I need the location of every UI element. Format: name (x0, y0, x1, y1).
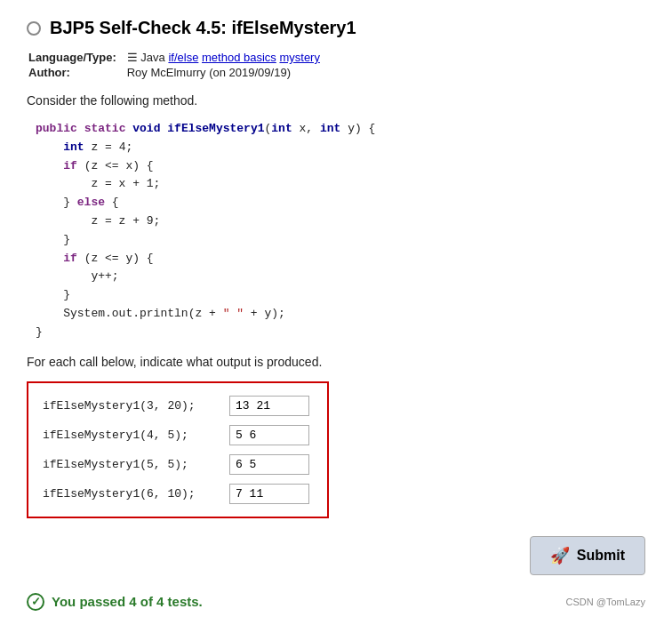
footer-row: ✓ You passed 4 of 4 tests. CSDN @TomLazy (27, 593, 645, 611)
page-title: BJP5 Self-Check 4.5: ifElseMystery1 (50, 18, 356, 38)
rocket-icon: 🚀 (550, 546, 570, 565)
kw-public: public (36, 122, 77, 135)
call-label: ifElseMystery1(6, 10); (43, 487, 220, 501)
submit-label: Submit (577, 548, 625, 564)
language-value: ☰ Java if/else method basics mystery (127, 51, 320, 64)
kw-int1: int (271, 122, 292, 135)
code-line-9: y++; (36, 268, 645, 286)
link-ifelse[interactable]: if/else (168, 51, 198, 64)
code-line-8: if (z <= y) { (36, 250, 645, 268)
answer-row: ifElseMystery1(3, 20); (43, 396, 313, 416)
code-line-5: } else { (36, 194, 645, 212)
code-line-2: int z = 4; (36, 139, 645, 157)
result-row: ✓ You passed 4 of 4 tests. (27, 593, 203, 611)
answer-row: ifElseMystery1(4, 5); (43, 425, 313, 445)
description: Consider the following method. (27, 93, 645, 108)
answer-input-2[interactable] (229, 425, 309, 445)
code-line-10: } (36, 286, 645, 305)
result-text: You passed 4 of 4 tests. (52, 594, 203, 609)
answer-row: ifElseMystery1(5, 5); (43, 454, 313, 475)
link-method-basics[interactable]: method basics (202, 51, 276, 64)
code-line-1: public static void ifElseMystery1(int x,… (36, 120, 645, 139)
link-mystery[interactable]: mystery (279, 51, 320, 64)
submit-row: 🚀 Submit (27, 536, 645, 575)
answer-input-4[interactable] (229, 484, 309, 504)
language-label: Language/Type: (28, 51, 125, 64)
code-line-3: if (z <= x) { (36, 157, 645, 176)
code-line-4: z = x + 1; (36, 175, 645, 194)
code-line-6: z = z + 9; (36, 212, 645, 231)
fn-name: ifElseMystery1( (167, 122, 271, 135)
submit-button[interactable]: 🚀 Submit (530, 536, 645, 575)
check-circle: ✓ (27, 593, 44, 611)
code-line-12: } (36, 324, 645, 342)
answer-box: ifElseMystery1(3, 20);ifElseMystery1(4, … (27, 381, 329, 518)
kw-int2: int (320, 122, 340, 135)
call-label: ifElseMystery1(4, 5); (43, 429, 220, 442)
answer-input-3[interactable] (229, 454, 309, 475)
author-label: Author: (28, 66, 125, 79)
watermark: CSDN @TomLazy (566, 597, 645, 607)
code-block: public static void ifElseMystery1(int x,… (27, 120, 645, 342)
meta-table: Language/Type: ☰ Java if/else method bas… (27, 49, 322, 81)
code-line-7: } (36, 231, 645, 250)
for-each-text: For each call below, indicate what outpu… (27, 355, 645, 369)
radio-circle (27, 21, 41, 36)
kw-static: static (84, 122, 126, 135)
author-value: Roy McElmurry (on 2019/09/19) (127, 66, 320, 79)
kw-void: void (132, 122, 160, 135)
call-label: ifElseMystery1(3, 20); (43, 399, 220, 413)
answer-input-1[interactable] (229, 396, 309, 416)
call-label: ifElseMystery1(5, 5); (43, 458, 220, 471)
code-line-11: System.out.println(z + " " + y); (36, 305, 645, 324)
title-row: BJP5 Self-Check 4.5: ifElseMystery1 (27, 18, 645, 38)
answer-row: ifElseMystery1(6, 10); (43, 484, 313, 504)
